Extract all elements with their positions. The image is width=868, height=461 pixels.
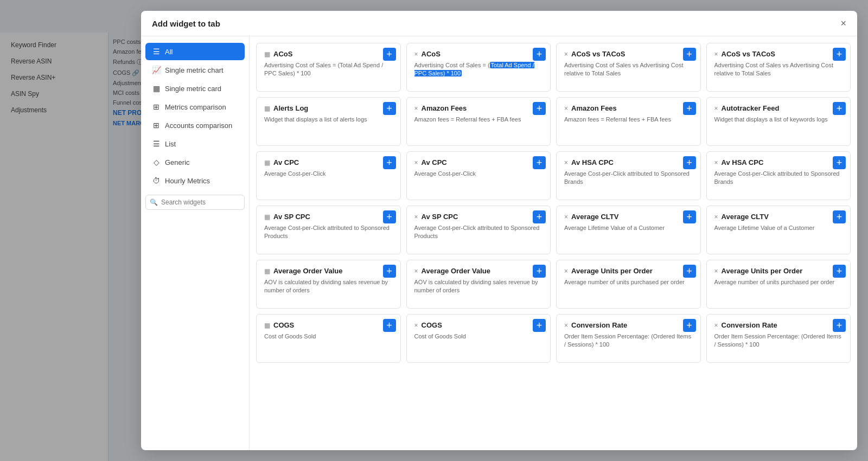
widget-card-acos-1: ▦ ACoS Advertising Cost of Sales = (Tota… — [256, 43, 401, 92]
sidebar-item-single-metric-chart[interactable]: 📈 Single metric chart — [145, 61, 245, 79]
sidebar-item-accounts-label: Accounts comparison — [165, 121, 232, 130]
widget-card-header: × ACoS vs TACoS — [564, 50, 693, 58]
widget-card-description: Amazon fees = Referral fees + FBA fees — [414, 116, 543, 124]
widget-type-icon: × — [414, 322, 418, 329]
widget-type-icon: × — [714, 322, 718, 329]
widget-add-button[interactable]: + — [533, 319, 546, 332]
widget-card-header: ▦ Av SP CPC — [264, 213, 393, 221]
widget-card-description: AOV is calculated by dividing sales reve… — [264, 278, 393, 295]
widget-grid: ▦ ACoS Advertising Cost of Sales = (Tota… — [256, 43, 851, 363]
widget-card-description: Average number of units purchased per or… — [564, 278, 693, 286]
widget-card-header: × Amazon Fees — [414, 104, 543, 112]
sidebar-item-metrics-comparison[interactable]: ⊞ Metrics comparison — [145, 98, 245, 116]
sidebar-item-accounts-comparison[interactable]: ⊞ Accounts comparison — [145, 117, 245, 134]
sidebar-item-list[interactable]: ☰ List — [145, 135, 245, 152]
widget-type-icon: × — [714, 50, 718, 58]
modal-body: ☰ All 📈 Single metric chart ▦ Single met… — [141, 36, 857, 450]
widget-add-button[interactable]: + — [383, 265, 396, 278]
widget-card-description: Average Cost-per-Click attributed to Spo… — [564, 170, 693, 187]
widget-card-header: ▦ ACoS — [264, 50, 393, 58]
widget-card-average-order-value-2: × Average Order Value AOV is calculated … — [406, 260, 551, 309]
search-input[interactable] — [145, 195, 245, 210]
widget-card-autotracker-feed: × Autotracker Feed Widget that displays … — [706, 97, 851, 146]
widget-type-icon: ▦ — [264, 50, 270, 58]
widget-add-button[interactable]: + — [833, 48, 846, 61]
sidebar-item-all[interactable]: ☰ All — [145, 43, 245, 60]
widget-card-header: × Av HSA CPC — [564, 158, 693, 167]
widget-add-button[interactable]: + — [533, 48, 546, 61]
sidebar-item-chart-label: Single metric chart — [165, 66, 224, 74]
widget-add-button[interactable]: + — [533, 265, 546, 278]
widget-card-description: Average Cost-per-Click — [414, 170, 543, 178]
widget-type-icon: × — [414, 213, 418, 221]
widget-card-title: Av CPC — [273, 158, 299, 167]
widget-card-description: Cost of Goods Sold — [414, 332, 543, 341]
widget-add-button[interactable]: + — [683, 210, 696, 223]
widget-add-button[interactable]: + — [383, 102, 396, 115]
widget-add-button[interactable]: + — [383, 210, 396, 223]
widget-add-button[interactable]: + — [533, 102, 546, 115]
hourly-icon: ⏱ — [152, 176, 161, 185]
widget-type-icon: × — [564, 322, 568, 329]
search-icon: 🔍 — [150, 199, 158, 206]
widget-card-title: Amazon Fees — [571, 104, 617, 112]
widget-card-title: Av HSA CPC — [571, 158, 614, 167]
widget-type-icon: ▦ — [264, 159, 270, 167]
widget-add-button[interactable]: + — [833, 265, 846, 278]
widget-add-button[interactable]: + — [533, 210, 546, 223]
widget-card-acos-vs-tacos: × ACoS vs TACoS Advertising Cost of Sale… — [556, 43, 701, 92]
widget-card-title: Amazon Fees — [422, 104, 467, 112]
search-box: 🔍 — [145, 195, 245, 210]
widget-type-icon: ▦ — [264, 322, 270, 329]
widget-add-button[interactable]: + — [383, 319, 396, 332]
metrics-icon: ⊞ — [152, 103, 161, 111]
widget-add-button[interactable]: + — [533, 156, 546, 169]
widget-add-button[interactable]: + — [683, 319, 696, 332]
sidebar-item-generic[interactable]: ◇ Generic — [145, 153, 245, 171]
widget-card-title: Av CPC — [422, 158, 447, 167]
widget-card-header: × Average CLTV — [564, 213, 693, 221]
widget-add-button[interactable]: + — [383, 156, 396, 169]
widget-type-icon: × — [564, 105, 568, 112]
widget-card-conversion-rate-1: × Conversion Rate Order Item Session Per… — [556, 314, 701, 363]
widget-add-button[interactable]: + — [683, 265, 696, 278]
widget-card-description: Advertising Cost of Sales vs Advertising… — [714, 61, 843, 78]
modal-title: Add widget to tab — [152, 19, 220, 28]
widget-card-header: × Av CPC — [414, 158, 543, 167]
widget-card-description: Advertising Cost of Sales = (Total Ad Sp… — [264, 61, 393, 78]
widget-type-icon: × — [714, 159, 718, 167]
widget-add-button[interactable]: + — [683, 102, 696, 115]
widget-card-description: Advertising Cost of Sales = (Total Ad Sp… — [414, 61, 543, 78]
widget-type-sidebar: ☰ All 📈 Single metric chart ▦ Single met… — [141, 36, 250, 450]
widget-card-cogs-1: ▦ COGS Cost of Goods Sold + — [256, 314, 401, 363]
widget-card-average-cltv-1: × Average CLTV Average Lifetime Value of… — [556, 206, 701, 254]
widget-card-description: Average Cost-per-Click — [264, 170, 393, 178]
sidebar-item-hourly-metrics[interactable]: ⏱ Hourly Metrics — [145, 172, 245, 189]
widget-card-title: Av HSA CPC — [722, 158, 764, 167]
widget-type-icon: ▦ — [264, 213, 270, 221]
widget-add-button[interactable]: + — [833, 156, 846, 169]
widget-add-button[interactable]: + — [833, 102, 846, 115]
widget-card-header: × ACoS — [414, 50, 543, 58]
sidebar-item-single-metric-card[interactable]: ▦ Single metric card — [145, 80, 245, 97]
modal-close-button[interactable]: × — [840, 18, 846, 28]
widget-card-av-cpc-2: × Av CPC Average Cost-per-Click + — [406, 151, 551, 200]
widget-card-title: Average CLTV — [722, 213, 769, 221]
widget-card-header: ▦ Alerts Log — [264, 104, 393, 112]
widget-add-button[interactable]: + — [833, 210, 846, 223]
widget-card-description: Average Cost-per-Click attributed to Spo… — [264, 224, 393, 241]
widget-card-description: Order Item Session Percentage: (Ordered … — [714, 332, 843, 349]
widget-type-icon: ▦ — [264, 267, 270, 275]
accounts-icon: ⊞ — [152, 121, 161, 130]
widget-add-button[interactable]: + — [683, 156, 696, 169]
widget-card-av-sp-cpc-1: ▦ Av SP CPC Average Cost-per-Click attri… — [256, 206, 401, 254]
widget-card-alerts-log: ▦ Alerts Log Widget that displays a list… — [256, 97, 401, 146]
widget-add-button[interactable]: + — [383, 48, 396, 61]
widget-card-header: × Average Units per Order — [714, 267, 843, 275]
widget-card-description: Average Lifetime Value of a Customer — [564, 224, 693, 232]
widget-card-header: × Conversion Rate — [714, 321, 843, 329]
widget-add-button[interactable]: + — [683, 48, 696, 61]
widget-add-button[interactable]: + — [833, 319, 846, 332]
widget-card-title: Average Units per Order — [571, 267, 653, 275]
widget-type-icon: ▦ — [264, 105, 270, 112]
